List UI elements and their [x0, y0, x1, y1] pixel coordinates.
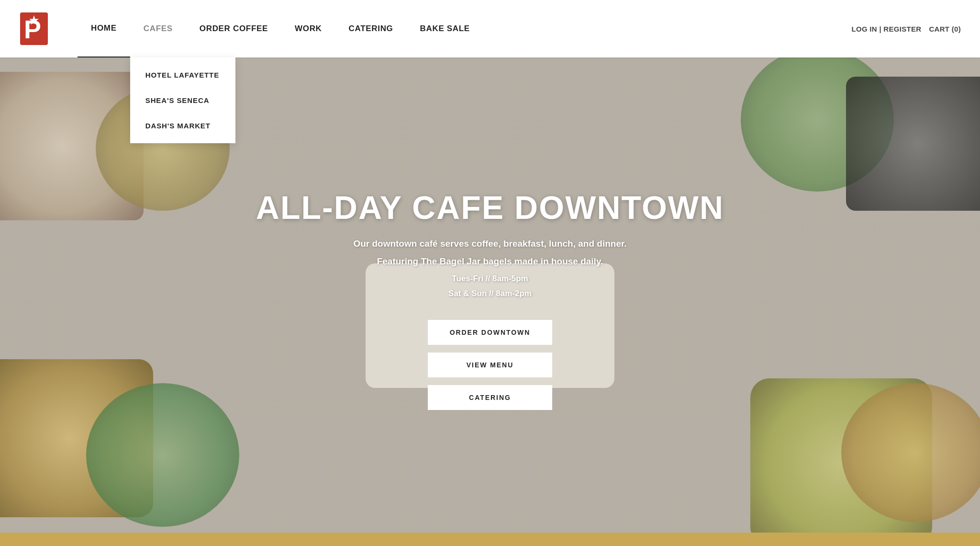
nav-right: LOG IN | REGISTER CART (0)	[851, 25, 961, 33]
nav-auth[interactable]: LOG IN | REGISTER	[851, 25, 921, 33]
cafes-dropdown: HOTEL LAFAYETTE SHEA'S SENECA DASH'S MAR…	[130, 57, 235, 143]
nav-links: HOME CAFES HOTEL LAFAYETTE SHEA'S SENECA…	[78, 0, 851, 57]
hero-hours: Tues-Fri // 8am-5pm Sat & Sun // 8am-2pm	[448, 272, 532, 301]
order-downtown-button[interactable]: ORDER DOWNTOWN	[428, 320, 552, 345]
logo[interactable]: P	[19, 11, 49, 46]
nav-cart[interactable]: CART (0)	[929, 25, 961, 33]
hero-subtitle-line2: Featuring The Bagel Jar bagels made in h…	[377, 254, 603, 269]
dropdown-item-dashs-market[interactable]: DASH'S MARKET	[130, 113, 235, 138]
nav-item-work[interactable]: WORK	[281, 0, 335, 57]
dropdown-item-hotel-lafayette[interactable]: HOTEL LAFAYETTE	[130, 62, 235, 88]
dropdown-item-sheas-seneca[interactable]: SHEA'S SENECA	[130, 88, 235, 113]
nav-item-catering[interactable]: CATERING	[335, 0, 407, 57]
hero-subtitle-line1: Our downtown café serves coffee, breakfa…	[353, 237, 626, 251]
nav-item-order-coffee[interactable]: ORDER COFFEE	[186, 0, 281, 57]
catering-button[interactable]: CATERING	[428, 385, 552, 410]
hero-hours-line2: Sat & Sun // 8am-2pm	[448, 286, 532, 301]
hero-title: ALL-DAY CAFE DOWNTOWN	[256, 190, 724, 226]
nav-item-bake-sale[interactable]: BAKE SALE	[407, 0, 483, 57]
nav-item-cafes[interactable]: CAFES HOTEL LAFAYETTE SHEA'S SENECA DASH…	[130, 0, 186, 57]
navbar: P HOME CAFES HOTEL LAFAYETTE SHEA'S SENE…	[0, 0, 980, 57]
nav-item-home[interactable]: HOME	[78, 0, 130, 57]
hero-hours-line1: Tues-Fri // 8am-5pm	[448, 272, 532, 286]
view-menu-button[interactable]: VIEW MENU	[428, 353, 552, 377]
bottom-bar	[0, 533, 980, 546]
